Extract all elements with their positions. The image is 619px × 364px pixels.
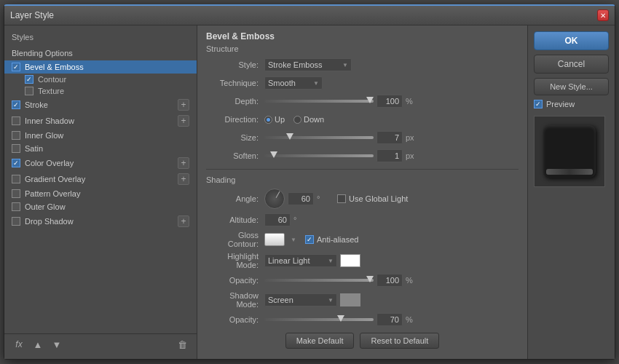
layer-item-satin[interactable]: Satin [4, 142, 197, 155]
direction-up-radio[interactable] [264, 116, 272, 124]
cancel-button[interactable]: Cancel [534, 55, 609, 74]
highlight-opacity-input[interactable]: 100 [376, 274, 403, 287]
shadow-opacity-row: Opacity: 70 % [206, 312, 519, 327]
checkbox-inner-shadow[interactable] [12, 116, 20, 125]
style-dropdown-arrow: ▼ [342, 62, 348, 68]
right-panel: OK Cancel New Style... Preview [527, 25, 615, 359]
altitude-input[interactable]: 60 [264, 213, 291, 226]
label-satin: Satin [25, 144, 189, 153]
soften-slider-thumb [270, 151, 277, 158]
checkbox-inner-glow[interactable] [12, 131, 20, 140]
structure-label: Structure [206, 44, 519, 53]
direction-down-radio[interactable] [293, 116, 301, 124]
plus-gradient-overlay[interactable]: + [178, 173, 189, 185]
label-gradient-overlay: Gradient Overlay [25, 175, 178, 183]
shadow-opacity-slider[interactable] [264, 318, 374, 321]
style-dropdown[interactable]: Stroke Emboss ▼ [264, 58, 352, 71]
layer-item-stroke[interactable]: Stroke + [4, 97, 197, 113]
blending-options-item[interactable]: Blending Options [4, 46, 197, 60]
preview-checkbox[interactable] [534, 100, 543, 108]
layer-item-bevel-emboss[interactable]: Bevel & Emboss [4, 60, 197, 74]
depth-row: Depth: 100 % [206, 94, 519, 108]
dial-indicator [276, 191, 280, 197]
checkbox-color-overlay[interactable] [12, 159, 20, 167]
ok-button[interactable]: OK [534, 31, 609, 50]
middle-panel: Bevel & Emboss Structure Style: Stroke E… [197, 25, 527, 359]
direction-down-option[interactable]: Down [293, 115, 324, 124]
soften-label: Soften: [206, 151, 264, 160]
move-down-button[interactable]: ▼ [50, 337, 64, 352]
checkbox-drop-shadow[interactable] [12, 217, 20, 226]
use-global-light-option[interactable]: Use Global Light [337, 194, 408, 203]
plus-drop-shadow[interactable]: + [178, 215, 189, 227]
preview-toggle[interactable]: Preview [534, 100, 609, 108]
layer-item-color-overlay[interactable]: Color Overlay + [4, 155, 197, 171]
layer-item-inner-shadow[interactable]: Inner Shadow + [4, 113, 197, 129]
fx-button[interactable]: fx [12, 337, 26, 352]
checkbox-texture[interactable] [25, 87, 33, 95]
direction-up-option[interactable]: Up [264, 115, 285, 124]
shadow-opacity-control: 70 % [264, 313, 519, 326]
label-pattern-overlay: Pattern Overlay [25, 189, 189, 198]
highlight-mode-dropdown[interactable]: Linear Light ▼ [264, 254, 337, 267]
gloss-contour-arrow[interactable]: ▼ [291, 237, 296, 243]
checkbox-bevel-emboss[interactable] [12, 63, 20, 71]
make-default-button[interactable]: Make Default [285, 333, 355, 349]
layer-item-inner-glow[interactable]: Inner Glow [4, 129, 197, 142]
highlight-opacity-slider[interactable] [264, 279, 374, 282]
reset-to-default-button[interactable]: Reset to Default [360, 333, 439, 349]
use-global-light-checkbox[interactable] [337, 194, 346, 203]
altitude-row: Altitude: 60 ° [206, 213, 519, 227]
dialog-body: Styles Blending Options Bevel & Emboss C… [4, 25, 615, 359]
layer-item-drop-shadow[interactable]: Drop Shadow + [4, 213, 197, 229]
size-slider[interactable] [264, 136, 374, 139]
plus-stroke[interactable]: + [178, 99, 189, 111]
delete-button[interactable]: 🗑 [175, 337, 189, 352]
style-row: Style: Stroke Emboss ▼ [206, 58, 519, 72]
plus-color-overlay[interactable]: + [178, 157, 189, 169]
shadow-mode-label: Shadow Mode: [206, 291, 264, 309]
label-inner-shadow: Inner Shadow [25, 116, 178, 125]
angle-dial[interactable] [264, 189, 285, 209]
technique-dropdown[interactable]: Smooth ▼ [264, 76, 323, 90]
layer-item-contour[interactable]: Contour [4, 74, 197, 85]
dialog-title: Layer Style [10, 10, 54, 20]
soften-input[interactable]: 1 [376, 149, 403, 162]
checkbox-satin[interactable] [12, 144, 20, 153]
checkbox-outer-glow[interactable] [12, 202, 20, 211]
shadow-opacity-input[interactable]: 70 [376, 313, 403, 326]
move-up-button[interactable]: ▲ [31, 337, 45, 352]
technique-value: Smooth [268, 79, 296, 87]
depth-slider[interactable] [264, 100, 374, 103]
checkbox-pattern-overlay[interactable] [12, 189, 20, 198]
size-control: 7 px [264, 131, 519, 144]
altitude-control: 60 ° [264, 213, 519, 226]
checkbox-stroke[interactable] [12, 100, 20, 109]
layer-item-pattern-overlay[interactable]: Pattern Overlay [4, 187, 197, 200]
soften-slider[interactable] [264, 154, 374, 157]
highlight-mode-label: Highlight Mode: [206, 252, 264, 269]
new-style-button[interactable]: New Style... [534, 78, 609, 95]
depth-input[interactable]: 100 [376, 95, 403, 108]
anti-aliased-option[interactable]: Anti-aliased [305, 235, 358, 244]
shadow-mode-dropdown[interactable]: Screen ▼ [264, 293, 337, 306]
plus-inner-shadow[interactable]: + [178, 115, 189, 127]
left-panel: Styles Blending Options Bevel & Emboss C… [4, 25, 197, 359]
size-label: Size: [206, 133, 264, 142]
angle-input[interactable]: 60 [288, 192, 314, 205]
gloss-contour-row: Gloss Contour: ▼ Anti-aliased [206, 231, 519, 248]
direction-label: Direction: [206, 115, 264, 124]
layer-item-outer-glow[interactable]: Outer Glow [4, 200, 197, 213]
close-button[interactable]: ✕ [597, 9, 609, 21]
highlight-color-swatch[interactable] [340, 254, 360, 267]
direction-up-label: Up [275, 115, 285, 124]
checkbox-gradient-overlay[interactable] [12, 175, 20, 183]
gloss-contour-swatch[interactable] [264, 233, 285, 246]
layer-item-gradient-overlay[interactable]: Gradient Overlay + [4, 171, 197, 187]
soften-control: 1 px [264, 149, 519, 162]
checkbox-contour[interactable] [25, 75, 33, 84]
layer-item-texture[interactable]: Texture [4, 85, 197, 97]
size-input[interactable]: 7 [376, 131, 403, 144]
anti-aliased-checkbox[interactable] [305, 235, 314, 244]
shadow-color-swatch[interactable] [340, 293, 360, 306]
